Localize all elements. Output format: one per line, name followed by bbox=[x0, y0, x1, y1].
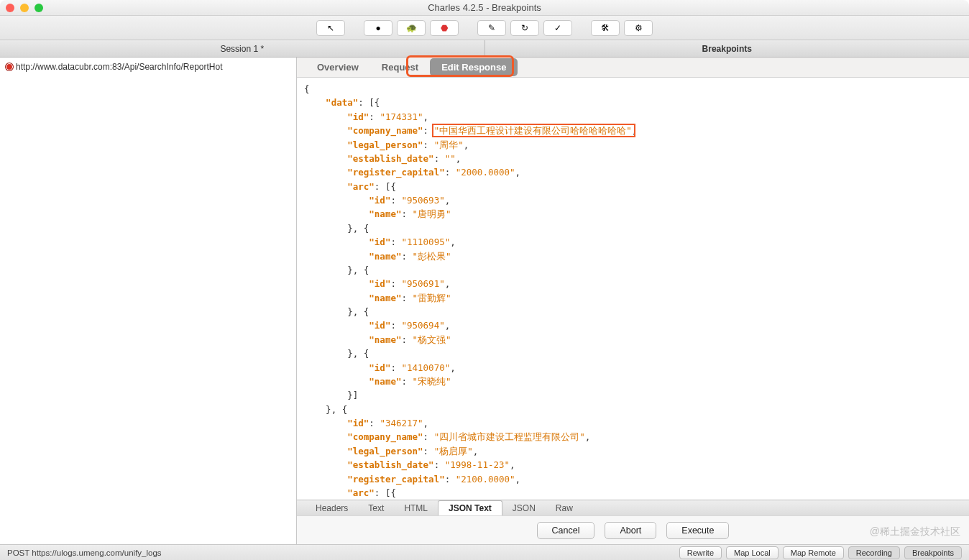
btab-html[interactable]: HTML bbox=[394, 501, 438, 515]
request-list[interactable]: http://www.datacubr.com:83/Api/SearchInf… bbox=[0, 58, 297, 544]
subtab-overview[interactable]: Overview bbox=[306, 58, 370, 76]
right-pane: Overview Request Edit Response { "data":… bbox=[297, 58, 969, 544]
btab-json[interactable]: JSON bbox=[502, 501, 546, 515]
request-item[interactable]: http://www.datacubr.com:83/Api/SearchInf… bbox=[0, 60, 296, 73]
sb-recording[interactable]: Recording bbox=[848, 546, 900, 559]
execute-button[interactable]: Execute bbox=[666, 522, 729, 539]
abort-button[interactable]: Abort bbox=[605, 522, 656, 539]
toolbar-edit-icon[interactable]: ✎ bbox=[477, 20, 506, 36]
tab-session-label: Session 1 * bbox=[220, 44, 264, 54]
main-tabs: Session 1 * Breakpoints bbox=[0, 40, 969, 58]
toolbar-cursor-icon[interactable]: ↖ bbox=[316, 20, 345, 36]
cancel-button[interactable]: Cancel bbox=[537, 522, 595, 539]
sb-map-local[interactable]: Map Local bbox=[726, 546, 779, 559]
tab-breakpoints-label: Breakpoints bbox=[702, 44, 752, 54]
request-url: http://www.datacubr.com:83/Api/SearchInf… bbox=[16, 62, 222, 72]
sb-rewrite[interactable]: Rewrite bbox=[679, 546, 722, 559]
btab-headers[interactable]: Headers bbox=[306, 501, 358, 515]
bottom-tabs: Headers Text HTML JSON Text JSON Raw bbox=[297, 500, 969, 515]
toolbar-refresh-icon[interactable]: ↻ bbox=[510, 20, 539, 36]
window-title: Charles 4.2.5 - Breakpoints bbox=[0, 2, 969, 13]
toolbar-check-icon[interactable]: ✓ bbox=[543, 20, 572, 36]
status-bar: POST https://ulogs.umeng.com/unify_logs … bbox=[0, 544, 969, 560]
json-editor[interactable]: { "data": [{ "id": "174331", "company_na… bbox=[297, 78, 969, 500]
btab-text[interactable]: Text bbox=[358, 501, 394, 515]
action-buttons: Cancel Abort Execute bbox=[297, 515, 969, 544]
toolbar-stop-icon[interactable]: ⬣ bbox=[430, 20, 459, 36]
btab-raw[interactable]: Raw bbox=[546, 501, 583, 515]
status-left: POST https://ulogs.umeng.com/unify_logs bbox=[7, 548, 162, 557]
status-right: Rewrite Map Local Map Remote Recording B… bbox=[679, 546, 962, 559]
subtab-request[interactable]: Request bbox=[370, 58, 430, 76]
titlebar: Charles 4.2.5 - Breakpoints bbox=[0, 0, 969, 16]
toolbar: ↖ ● 🐢 ⬣ ✎ ↻ ✓ 🛠 ⚙ bbox=[0, 16, 969, 40]
subtabs: Overview Request Edit Response bbox=[297, 58, 969, 78]
sb-map-remote[interactable]: Map Remote bbox=[783, 546, 844, 559]
tab-breakpoints[interactable]: Breakpoints bbox=[485, 40, 970, 57]
toolbar-tools-icon[interactable]: 🛠 bbox=[591, 20, 620, 36]
subtab-edit-response[interactable]: Edit Response bbox=[430, 58, 518, 76]
sb-breakpoints[interactable]: Breakpoints bbox=[904, 546, 962, 559]
breakpoint-dot-icon bbox=[6, 63, 13, 70]
toolbar-record-icon[interactable]: ● bbox=[364, 20, 392, 36]
btab-json-text[interactable]: JSON Text bbox=[438, 500, 502, 515]
toolbar-throttle-icon[interactable]: 🐢 bbox=[397, 20, 426, 36]
toolbar-settings-icon[interactable]: ⚙ bbox=[624, 20, 653, 36]
tab-session[interactable]: Session 1 * bbox=[0, 40, 485, 57]
